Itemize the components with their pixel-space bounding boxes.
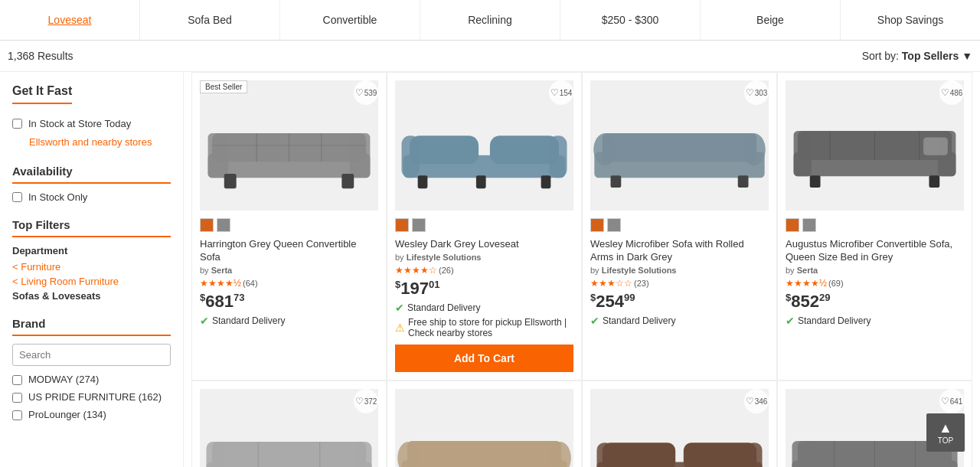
product-image[interactable] — [590, 80, 769, 211]
star-icons: ★★★☆☆ — [590, 278, 632, 289]
product-image[interactable] — [395, 389, 573, 467]
svg-rect-11 — [410, 136, 479, 164]
product-name[interactable]: Wesley Microfiber Sofa with Rolled Arms … — [590, 238, 769, 264]
get-it-fast-title: Get It Fast — [12, 84, 72, 104]
product-image[interactable] — [395, 80, 573, 211]
color-swatch[interactable] — [802, 218, 816, 232]
svg-rect-4 — [224, 174, 237, 188]
color-swatch[interactable] — [395, 218, 409, 232]
brand-checkbox[interactable] — [12, 375, 22, 385]
nav-item-convertible[interactable]: Convertible — [280, 0, 420, 40]
nav-item-loveseat[interactable]: Loveseat — [0, 0, 140, 40]
living-room-link[interactable]: < Living Room Furniture — [12, 276, 171, 287]
nav-item-beige[interactable]: Beige — [701, 0, 841, 40]
brand-checkbox[interactable] — [12, 410, 22, 420]
scroll-top-button[interactable]: ▲ TOP — [926, 413, 965, 452]
svg-rect-16 — [541, 175, 551, 188]
product-price: $25499 — [590, 292, 769, 312]
wishlist-button[interactable]: ♡ 486 — [939, 80, 964, 105]
heart-icon: ♡ — [746, 87, 754, 98]
product-stars[interactable]: ★★★☆☆ (23) — [590, 278, 769, 289]
brand-item: ProLounger (134) — [12, 409, 171, 420]
wishlist-button[interactable]: ♡ 346 — [744, 389, 769, 413]
product-image[interactable] — [786, 80, 964, 211]
wishlist-button[interactable]: ♡ 641 — [939, 389, 964, 413]
department-title: Department — [12, 245, 171, 256]
svg-rect-22 — [610, 175, 621, 188]
review-count: (23) — [634, 279, 649, 288]
color-swatch[interactable] — [217, 218, 230, 232]
check-nearby-link[interactable]: Check nearby stores — [408, 328, 492, 338]
wishlist-count: 486 — [950, 89, 963, 97]
nav-item-sofa-bed[interactable]: Sofa Bed — [140, 0, 280, 40]
scroll-top-arrow: ▲ — [939, 420, 952, 436]
color-swatch[interactable] — [590, 218, 604, 232]
svg-rect-37 — [354, 442, 371, 467]
sort-chevron-icon: ▼ — [962, 50, 972, 62]
color-swatches — [590, 218, 769, 232]
delivery-icon: ✔ — [200, 315, 209, 327]
product-image[interactable] — [200, 389, 378, 467]
in-stock-only-checkbox[interactable] — [12, 192, 22, 202]
wishlist-button[interactable]: ♡ 303 — [744, 80, 769, 105]
ellsworth-link[interactable]: Ellsworth and nearby stores — [29, 136, 152, 148]
delivery-row: ✔ Standard Delivery — [786, 315, 964, 327]
delivery-label: Standard Delivery — [407, 302, 480, 313]
svg-rect-50 — [684, 443, 756, 467]
scroll-top-label: TOP — [938, 436, 953, 445]
color-swatch[interactable] — [412, 218, 426, 232]
product-card: ♡ 154 Wesley Dark Grey Loveseatby Lifest… — [387, 72, 582, 380]
wishlist-button[interactable]: ♡ 372 — [354, 389, 378, 413]
svg-rect-13 — [401, 136, 419, 178]
review-count: (64) — [243, 279, 258, 288]
best-seller-badge: Best Seller — [200, 80, 247, 93]
wishlist-button[interactable]: ♡ 154 — [549, 80, 573, 105]
brand-name: ProLounger (134) — [28, 409, 106, 420]
color-swatch[interactable] — [200, 218, 214, 232]
svg-rect-2 — [208, 133, 228, 178]
product-image[interactable] — [590, 389, 769, 467]
add-to-cart-button[interactable]: Add To Cart — [395, 345, 573, 372]
delivery-icon: ✔ — [786, 315, 795, 327]
product-name[interactable]: Harrington Grey Queen Convertible Sofa — [200, 238, 378, 264]
color-swatch[interactable] — [786, 218, 799, 232]
nav-item-price[interactable]: $250 - $300 — [560, 0, 701, 40]
delivery-icon: ✔ — [395, 302, 404, 314]
sort-by[interactable]: Sort by: Top Sellers ▼ — [862, 41, 972, 71]
furniture-link[interactable]: < Furniture — [12, 261, 171, 273]
product-stars[interactable]: ★★★★☆ (26) — [395, 265, 573, 276]
svg-rect-43 — [407, 441, 561, 467]
delivery-label: Standard Delivery — [212, 315, 285, 326]
in-stock-store-checkbox[interactable] — [12, 119, 22, 129]
svg-rect-35 — [212, 442, 366, 467]
heart-icon: ♡ — [941, 396, 949, 407]
product-price: $68173 — [200, 292, 378, 312]
product-stars[interactable]: ★★★★½ (64) — [200, 278, 378, 289]
product-brand: by Lifestyle Solutions — [395, 253, 573, 262]
wishlist-button[interactable]: ♡ 539 — [354, 80, 378, 105]
product-stars[interactable]: ★★★★½ (69) — [786, 278, 964, 289]
svg-rect-36 — [206, 442, 224, 467]
in-stock-only-label: In Stock Only — [28, 191, 87, 203]
product-image[interactable] — [200, 80, 378, 211]
svg-rect-29 — [929, 175, 939, 188]
color-swatch[interactable] — [607, 218, 621, 232]
wishlist-count: 539 — [364, 89, 377, 97]
nav-item-reclining[interactable]: Reclining — [420, 0, 560, 40]
sofas-label: Sofas & Loveseats — [12, 290, 171, 302]
product-card: ♡ 303 Wesley Microfiber Sofa with Rolled… — [582, 72, 777, 380]
delivery-label: Standard Delivery — [603, 315, 675, 326]
color-swatches — [786, 218, 964, 232]
nav-item-shop-savings[interactable]: Shop Savings — [841, 0, 980, 40]
brand-search-input[interactable] — [12, 344, 171, 366]
svg-rect-57 — [792, 441, 809, 467]
svg-rect-28 — [810, 175, 821, 188]
product-name[interactable]: Wesley Dark Grey Loveseat — [395, 238, 573, 251]
availability-title: Availability — [12, 165, 171, 184]
delivery-row: ✔ Standard Delivery — [590, 315, 769, 327]
heart-icon: ♡ — [355, 87, 364, 98]
wishlist-count: 372 — [364, 397, 377, 406]
product-name[interactable]: Augustus Microfiber Convertible Sofa, Qu… — [786, 238, 964, 264]
brand-checkbox[interactable] — [12, 393, 22, 403]
wishlist-count: 303 — [755, 89, 768, 97]
